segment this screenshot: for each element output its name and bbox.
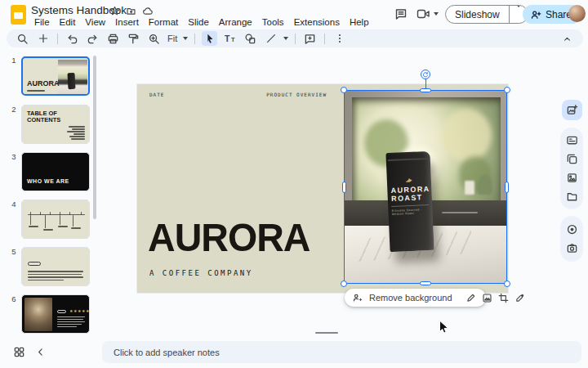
- mouse-cursor: [439, 320, 449, 335]
- bag-bird-logo: [404, 176, 414, 184]
- slide-thumbnail-6[interactable]: ★★★★★: [21, 294, 90, 334]
- thumb2-title: TABLE OF CONTENTS: [27, 110, 71, 123]
- slide-thumbnail-5[interactable]: [21, 247, 90, 286]
- rotate-handle-icon[interactable]: [421, 70, 430, 79]
- menu-edit[interactable]: Edit: [55, 16, 81, 29]
- filmstrip-scrollbar[interactable]: [93, 56, 96, 219]
- print-icon[interactable]: [105, 31, 121, 46]
- notes-resize-handle[interactable]: [315, 332, 338, 334]
- svg-text:T: T: [225, 34, 230, 43]
- thumb1-image: [58, 60, 87, 96]
- thumb6-stars: ★★★★★: [69, 308, 90, 313]
- bag-tagline: Ethically Sourced · Medium Roast: [392, 204, 430, 216]
- rail-group-1: [560, 128, 583, 209]
- menu-slide[interactable]: Slide: [183, 16, 214, 29]
- slide-date-label[interactable]: DATE: [149, 92, 164, 97]
- menu-view[interactable]: View: [80, 16, 110, 29]
- menu-extensions[interactable]: Extensions: [289, 16, 345, 29]
- menu-bar: File Edit View Insert Format Slide Arran…: [29, 16, 374, 29]
- menu-insert[interactable]: Insert: [110, 16, 144, 29]
- undo-icon[interactable]: [65, 31, 80, 46]
- text-box-icon[interactable]: TT: [222, 31, 238, 46]
- account-avatar[interactable]: [568, 5, 586, 22]
- zoom-level-select[interactable]: Fit: [167, 34, 177, 43]
- folder-icon[interactable]: [566, 191, 578, 203]
- card-icon[interactable]: [566, 134, 578, 146]
- speaker-notes-input[interactable]: Click to add speaker notes: [102, 341, 581, 363]
- thumb3-title: WHO WE ARE: [27, 178, 69, 184]
- slide-thumbnail-2[interactable]: TABLE OF CONTENTS: [21, 105, 90, 144]
- slide-thumbnail-4[interactable]: [21, 200, 90, 239]
- coffee-bag: AURORA ROAST Ethically Sourced · Medium …: [385, 151, 434, 252]
- header: Systems Handbook File Edit View Insert F…: [0, 0, 588, 29]
- menu-tools[interactable]: Tools: [257, 16, 289, 29]
- select-cursor-icon[interactable]: [202, 31, 217, 46]
- layers-icon[interactable]: [566, 153, 578, 165]
- rail-group-2: [560, 216, 583, 262]
- crop-icon[interactable]: [498, 293, 509, 303]
- zoom-caret-icon[interactable]: [183, 37, 188, 40]
- image-share-icon[interactable]: [566, 172, 578, 184]
- remove-background-icon[interactable]: [352, 292, 363, 303]
- comment-icon[interactable]: [394, 7, 408, 20]
- camera-icon[interactable]: [566, 242, 578, 254]
- thumb6-photo: [24, 298, 52, 331]
- svg-text:T: T: [231, 36, 235, 43]
- slide-subtitle[interactable]: A COFFEE COMPANY: [149, 269, 253, 277]
- slide-thumbnail-1[interactable]: AURORA: [21, 56, 90, 96]
- plant: [478, 175, 492, 195]
- line-tool-icon[interactable]: [263, 31, 278, 46]
- record-icon[interactable]: [566, 223, 578, 236]
- collapse-toolbar-icon[interactable]: [559, 31, 575, 46]
- slideshow-label: Slideshow: [446, 9, 509, 20]
- more-vert-icon[interactable]: [332, 31, 347, 46]
- slide-number: 1: [7, 56, 21, 65]
- paint-format-icon[interactable]: [126, 31, 141, 46]
- slide-image[interactable]: AURORA ROAST Ethically Sourced · Medium …: [344, 90, 507, 284]
- redo-icon[interactable]: [85, 31, 100, 46]
- insert-image-icon[interactable]: [562, 100, 582, 120]
- slide-number: 4: [7, 200, 21, 209]
- slideshow-button[interactable]: Slideshow: [445, 5, 528, 24]
- slide-canvas[interactable]: DATE PRODUCT OVERVIEW AURORA A COFFEE CO…: [137, 84, 508, 293]
- speaker-notes-placeholder: Click to add speaker notes: [114, 348, 220, 357]
- menu-help[interactable]: Help: [345, 16, 374, 29]
- vase: [465, 181, 474, 195]
- colorize-icon[interactable]: [514, 293, 525, 303]
- line-caret-icon[interactable]: [283, 37, 288, 40]
- slide-number: 6: [7, 294, 21, 303]
- person-add-icon: [530, 9, 541, 20]
- bag-product: ROAST: [391, 193, 429, 203]
- slide-thumbnail-3[interactable]: WHO WE ARE: [21, 152, 90, 191]
- menu-file[interactable]: File: [29, 16, 55, 29]
- slide-title[interactable]: AURORA: [148, 215, 310, 260]
- slide-number: 3: [7, 152, 21, 161]
- thumb6-pill: [57, 310, 66, 313]
- edit-pen-icon[interactable]: [466, 293, 476, 303]
- search-icon[interactable]: [15, 31, 30, 46]
- video-call-icon[interactable]: [416, 8, 439, 20]
- video-call-caret-icon[interactable]: [434, 12, 439, 16]
- grid-view-icon[interactable]: [13, 346, 25, 358]
- remove-background-button[interactable]: Remove background: [369, 293, 452, 303]
- slides-logo[interactable]: [11, 5, 26, 25]
- slide-section-label[interactable]: PRODUCT OVERVIEW: [266, 92, 327, 97]
- slide-number: 2: [7, 105, 21, 114]
- image-context-toolbar: Remove background: [345, 289, 486, 307]
- shapes-icon[interactable]: [243, 31, 258, 46]
- menu-format[interactable]: Format: [144, 16, 183, 29]
- new-slide-button[interactable]: [35, 31, 51, 46]
- replace-image-icon[interactable]: [482, 293, 492, 303]
- menu-arrange[interactable]: Arrange: [214, 16, 257, 29]
- thumb1-title: AURORA: [27, 79, 60, 88]
- slide-number: 5: [7, 247, 21, 256]
- main-toolbar: Fit TT: [7, 29, 583, 47]
- add-comment-icon[interactable]: [302, 31, 318, 46]
- collapse-filmstrip-icon[interactable]: [35, 347, 46, 357]
- zoom-fit-icon[interactable]: [146, 31, 162, 46]
- thumb5-pill: [28, 262, 41, 266]
